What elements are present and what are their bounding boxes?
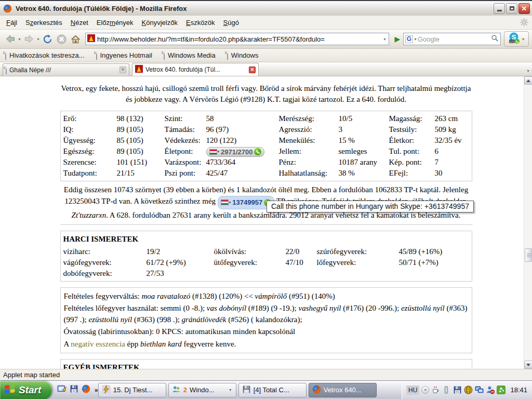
bookmark-label: Ingyenes Hotmail (100, 51, 152, 59)
save-icon[interactable] (70, 384, 78, 395)
page-icon (164, 51, 165, 59)
person-status-icon[interactable] (486, 385, 495, 394)
condition-line: Feltételes fegyverváltás: moa ravatalozó… (64, 291, 469, 302)
back-button[interactable] (3, 32, 17, 46)
stop-button[interactable] (55, 32, 69, 46)
bookmark-item[interactable]: Windows (227, 51, 259, 59)
svg-text:123: 123 (509, 40, 515, 43)
text-segment: vas dobónyíl (207, 304, 246, 312)
stat-value: 32/35 év (435, 136, 471, 145)
address-bar[interactable]: ▾ (85, 33, 389, 45)
page-content: Vetrox, egy fekete, hosszú hajú, csillog… (0, 76, 532, 369)
url-dropdown-icon[interactable]: ▾ (382, 37, 387, 42)
menu-item-nzet[interactable]: Nézet (66, 17, 92, 29)
taskbar-task-active[interactable]: Vetrox 640... (309, 383, 377, 397)
stat-value: ▾2971/2700 (206, 147, 279, 157)
firefox-icon[interactable] (82, 384, 90, 395)
google-icon[interactable]: G (405, 35, 413, 43)
tray-collapse-icon[interactable]: « (421, 386, 429, 394)
stats-table: Erő:98 (132)Szint:58Merészség:10/5Magass… (60, 111, 472, 181)
taskbar-task[interactable]: 15. Dj Tiest... (98, 383, 166, 397)
taskbar-window-icon[interactable] (442, 385, 451, 394)
menu-item-sg[interactable]: Súgó (219, 17, 243, 29)
bookmark-item[interactable]: Hivatkozások testresza... (5, 51, 85, 59)
combat-skill-label: dobófegyverek: (63, 269, 147, 278)
combat-skill-value: 61/72 (+9%) (147, 258, 214, 267)
minimize-button[interactable] (494, 3, 505, 14)
tab[interactable]: Ghalla Népe ///✕ (3, 63, 129, 76)
forward-button[interactable] (22, 32, 36, 46)
menu-item-knyvjelzk[interactable]: Könyvjelzők (138, 17, 182, 29)
character-intro: Vetrox, egy fekete, hosszú hajú, csillog… (60, 83, 472, 105)
search-icon[interactable] (491, 34, 499, 44)
language-indicator[interactable]: HU (406, 385, 419, 395)
task-group-dropdown-icon[interactable]: ▾ (228, 388, 233, 392)
show-desktop-icon[interactable] (57, 384, 66, 396)
taskbar-task[interactable]: 2Windo...▾ (168, 383, 236, 397)
back-dropdown-icon[interactable]: ▾ (17, 37, 22, 42)
hungary-flag-icon[interactable]: ▾ (209, 149, 220, 155)
bookmark-label: Hivatkozások testresza... (9, 51, 85, 59)
taskbar-clock: 18:41 (510, 386, 527, 394)
forward-dropdown-icon[interactable]: ▾ (36, 37, 41, 42)
menu-item-eszkzk[interactable]: Eszközök (182, 17, 219, 29)
search-input[interactable] (418, 35, 491, 43)
skype-number-widget[interactable]: ▾2971/2700 (206, 147, 265, 157)
stat-label: Pénz: (279, 158, 339, 167)
skype-call-icon[interactable] (254, 148, 261, 155)
url-input[interactable] (97, 35, 382, 43)
table-row: Ügyesség:85 (105)Védekezés:120 (122)Mene… (62, 135, 471, 146)
stat-value: 30 (435, 169, 471, 178)
save-icon[interactable] (453, 385, 462, 394)
home-button[interactable] (69, 32, 83, 46)
quick-launch-overflow-icon[interactable]: » (95, 387, 98, 394)
menu-item-fjl[interactable]: Fájl (2, 17, 21, 29)
network-icon[interactable] (475, 385, 484, 394)
vertical-scrollbar[interactable] (524, 76, 532, 369)
stat-value: 38 % (339, 169, 389, 178)
table-row: IQ:89 (105)Támadás:96 (97)Agresszió:3Tes… (62, 124, 471, 135)
reload-button[interactable] (41, 32, 55, 46)
java-icon[interactable] (431, 385, 440, 394)
recycle-icon[interactable] (497, 385, 506, 394)
conditional-settings-section: Feltételes fegyverváltás: moa ravatalozó… (60, 287, 472, 354)
tab-bar: Ghalla Népe ///✕Vetrox 640. fordulója (T… (0, 62, 532, 76)
start-button[interactable]: Start (0, 381, 52, 399)
tab-close-icon[interactable]: ✕ (249, 66, 256, 73)
windows-flag-icon (4, 383, 16, 396)
combat-skill-value: 45/89 (+16%) (399, 247, 471, 256)
table-row: dobófegyverek:27/53 (62, 268, 471, 279)
bookmark-item[interactable]: Windows Media (164, 51, 216, 59)
bookmark-item[interactable]: Ingyenes Hotmail (96, 51, 152, 59)
stat-label: Merészség: (279, 114, 339, 123)
skype-number-widget[interactable]: ▾13749957 (218, 196, 274, 209)
search-box[interactable]: G ▾ (403, 33, 501, 45)
menu-item-szerkeszts[interactable]: Szerkesztés (21, 17, 66, 29)
essence-link[interactable]: negatív esszencia (71, 340, 125, 348)
scroll-up-icon[interactable] (524, 76, 532, 85)
browser-window: Vetrox 640. fordulója (Túlélők Földje) -… (0, 0, 532, 399)
condition-line: A negatív esszencia épp biethlan kard fe… (64, 339, 469, 350)
stat-value: 58 (206, 114, 279, 123)
tab-list-dropdown-icon[interactable]: ▾ (526, 69, 530, 73)
menu-item-elzmnyek[interactable]: Előzmények (92, 17, 138, 29)
search-engine-dropdown-icon[interactable]: ▾ (413, 37, 418, 42)
tab-active[interactable]: Vetrox 640. fordulója (Túl...✕ (132, 63, 259, 76)
combat-skill-label: vágófegyverek: (63, 258, 147, 267)
winamp-icon (102, 385, 111, 395)
other-skills-title: EGYÉB ISMERETEK (62, 362, 471, 369)
scrollbar-thumb[interactable] (525, 248, 532, 262)
text-segment: (#363) (998 .); (132, 315, 181, 324)
close-button[interactable]: ✕ (518, 3, 530, 14)
stat-label: Életkor: (389, 136, 435, 145)
tab-close-icon[interactable]: ✕ (119, 66, 126, 73)
restore-button[interactable] (506, 3, 517, 14)
globe-icon[interactable] (464, 385, 473, 394)
skype-number: 2971/2700 (221, 148, 252, 156)
scroll-down-icon[interactable] (524, 361, 532, 369)
taskbar-task[interactable]: [4] Total C... (238, 383, 307, 397)
skype-toolbar-button[interactable]: S123 ▾ (504, 31, 529, 47)
go-button[interactable]: ▶ (392, 32, 403, 46)
skype-dropdown-icon[interactable]: ▾ (521, 37, 526, 42)
hungary-flag-icon[interactable]: ▾ (221, 197, 231, 208)
